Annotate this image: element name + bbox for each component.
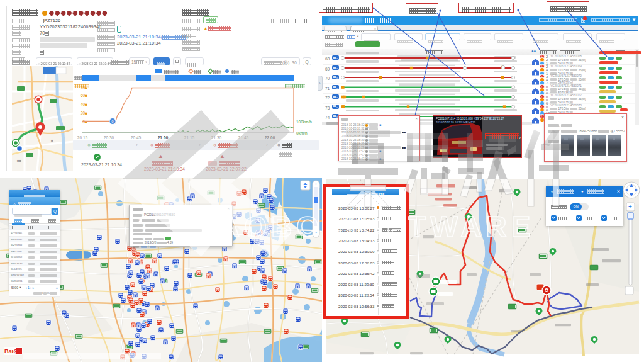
svg-text:20■: 20■ — [80, 111, 87, 115]
svg-text:21:15: 21:15 — [184, 135, 195, 140]
svg-text:2018/07/10 20:18:26 IMEI:4718: 2018/07/10 20:18:26 IMEI:4718 — [436, 121, 476, 124]
svg-text:21:45: 21:45 — [238, 135, 249, 140]
svg-text:0km/h: 0km/h — [296, 131, 308, 135]
svg-text:PC2018071014 20:18:26.888 N39°: PC2018071014 20:18:26.888 N39°54.227 E11… — [436, 117, 504, 120]
svg-text:+: + — [314, 181, 318, 187]
svg-text:40■: 40■ — [80, 102, 87, 106]
svg-text:20:30: 20:30 — [104, 135, 114, 140]
svg-text:70■: 70■ — [80, 86, 87, 90]
svg-text:21:00: 21:00 — [158, 135, 169, 140]
svg-text:60■: 60■ — [80, 93, 87, 98]
svg-text:■■: ■■ — [17, 159, 22, 162]
svg-text:-: - — [628, 286, 630, 294]
svg-text:+: + — [628, 203, 632, 210]
svg-text:21:30: 21:30 — [211, 135, 222, 140]
svg-text:100km/h: 100km/h — [296, 120, 312, 124]
svg-text:Bai⊙: Bai⊙ — [4, 348, 18, 354]
svg-text:-: - — [315, 229, 317, 235]
svg-text:22:00: 22:00 — [265, 135, 275, 140]
svg-text:20:45: 20:45 — [131, 135, 142, 140]
svg-text:20:15: 20:15 — [77, 135, 88, 140]
svg-text:■: ■ — [51, 139, 53, 142]
